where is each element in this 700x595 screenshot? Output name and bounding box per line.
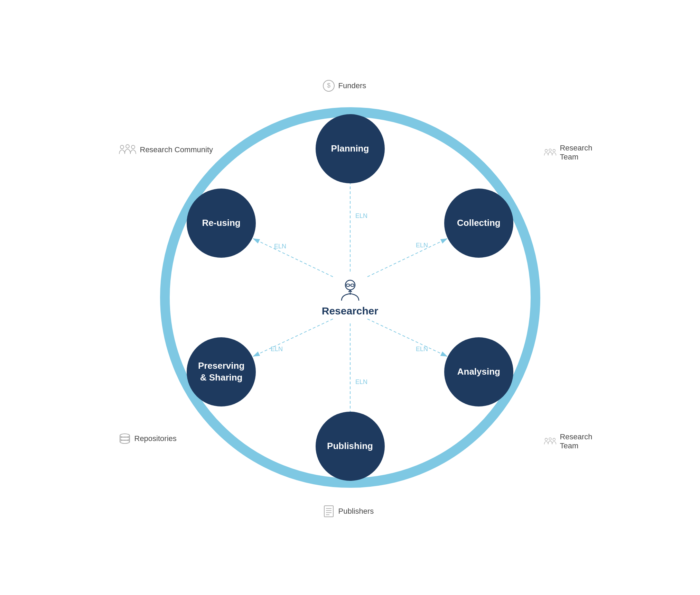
funders-label: $ Funders: [323, 80, 366, 92]
svg-point-35: [553, 438, 555, 441]
center-researcher: Researcher: [319, 266, 381, 329]
research-community-icon: [119, 144, 137, 156]
node-publishing: Publishing: [316, 412, 385, 481]
svg-text:$: $: [327, 82, 330, 89]
research-team-top-label: Research Team: [544, 144, 598, 162]
publishers-label: Publishers: [323, 505, 374, 518]
researcher-label: Researcher: [322, 305, 378, 317]
svg-point-26: [549, 149, 551, 151]
repositories-label: Repositories: [119, 432, 177, 445]
researcher-icon: [338, 278, 362, 302]
research-team-top-icon: [544, 146, 557, 159]
svg-rect-15: [346, 284, 349, 286]
research-team-bottom-icon: [544, 435, 557, 448]
svg-point-25: [545, 149, 547, 152]
research-team-bottom-label: Research Team: [544, 432, 598, 450]
svg-point-27: [553, 149, 555, 152]
publishers-icon: [323, 505, 335, 518]
svg-rect-16: [351, 284, 354, 286]
funders-icon: $: [323, 80, 335, 92]
svg-point-24: [131, 145, 135, 149]
node-analysing: Analysing: [444, 337, 513, 406]
svg-rect-36: [324, 506, 333, 517]
repositories-icon: [119, 432, 131, 445]
svg-point-23: [126, 145, 129, 148]
svg-point-33: [545, 438, 547, 441]
node-preserving: Preserving& Sharing: [187, 337, 256, 406]
svg-point-34: [549, 438, 551, 440]
node-collecting: Collecting: [444, 189, 513, 258]
diagram-container: ELN ELN ELN ELN ELN ELN Planning Collect…: [108, 55, 592, 540]
research-community-label: Research Community: [119, 144, 213, 156]
svg-point-22: [120, 145, 124, 149]
node-reusing: Re-using: [187, 189, 256, 258]
node-planning: Planning: [316, 114, 385, 183]
